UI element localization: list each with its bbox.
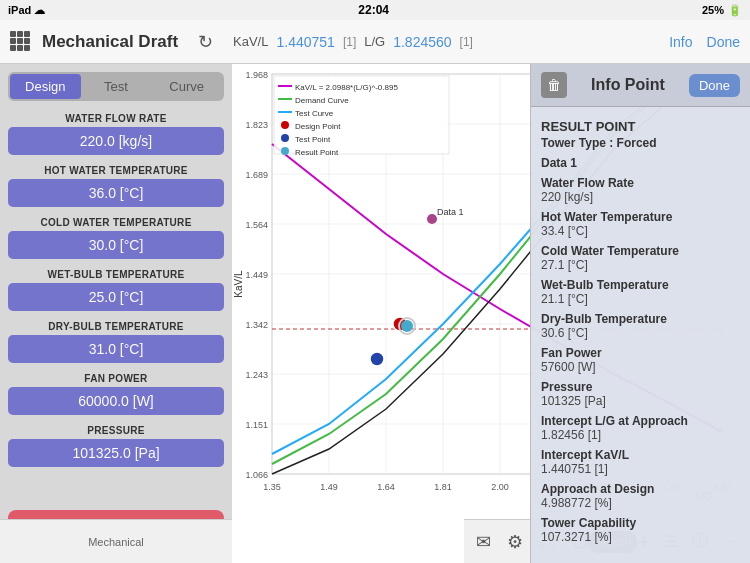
info-value-8: 101325 [Pa] [541,394,740,408]
app-title: Mechanical Draft [42,32,178,52]
hot-water-temp-input[interactable]: 36.0 [°C] [8,179,224,207]
info-panel: 🗑 Info Point Done RESULT POINT Tower Typ… [530,64,750,563]
lg-label: L/G [364,34,385,49]
info-label-7: Fan Power [541,346,740,360]
svg-text:1.49: 1.49 [320,482,338,492]
cold-water-temp-label: COLD WATER TEMPERATURE [8,217,224,228]
chart-area: 1.968 1.823 1.689 1.564 1.449 1.342 1.24… [232,64,750,563]
battery-icon: 🔋 [728,4,742,17]
done-button[interactable]: Done [707,34,740,50]
dry-bulb-temp-group: DRY-BULB TEMPERATURE 31.0 [°C] [8,321,224,363]
info-row-1: Data 1 [541,156,740,170]
left-panel: Design Test Curve WATER FLOW RATE 220.0 … [0,64,232,563]
info-row-12: Tower Capability 107.3271 [%] [541,516,740,544]
kav-label: KaV/L [233,34,268,49]
info-value-12: 107.3271 [%] [541,530,740,544]
svg-text:KaV/L: KaV/L [233,270,244,298]
svg-text:Data 1: Data 1 [437,207,464,217]
tab-test[interactable]: Test [81,74,152,99]
info-label-9: Intercept L/G at Approach [541,414,740,428]
nav-bar: Mechanical Draft ↻ KaV/L 1.440751 [1] L/… [0,20,750,64]
svg-point-55 [281,134,289,142]
bottom-left-label: Mechanical [0,519,232,563]
svg-text:KaV/L = 2.0988*(L/G)^-0.895: KaV/L = 2.0988*(L/G)^-0.895 [295,83,398,92]
svg-text:1.81: 1.81 [434,482,452,492]
wet-bulb-temp-group: WET-BULB TEMPERATURE 25.0 [°C] [8,269,224,311]
trash-icon[interactable]: 🗑 [541,72,567,98]
info-label-1: Data 1 [541,156,740,170]
svg-text:Design Point: Design Point [295,122,341,131]
water-flow-rate-input[interactable]: 220.0 [kg/s] [8,127,224,155]
svg-text:1.968: 1.968 [245,70,268,80]
status-time: 22:04 [358,3,389,17]
info-label-0: Tower Type : Forced [541,136,740,150]
info-row-4: Cold Water Temperature 27.1 [°C] [541,244,740,272]
lg-value: 1.824560 [393,34,451,50]
info-label-6: Dry-Bulb Temperature [541,312,740,326]
grid-icon[interactable] [10,31,32,53]
status-carrier: iPad ☁ [8,4,45,17]
tab-curve[interactable]: Curve [151,74,222,99]
info-done-button[interactable]: Done [689,74,740,97]
info-panel-title: Info Point [575,76,681,94]
settings-icon[interactable]: ⚙ [507,531,523,553]
info-label-12: Tower Capability [541,516,740,530]
status-left: iPad ☁ [8,4,45,17]
pressure-group: PRESSURE 101325.0 [Pa] [8,425,224,467]
water-flow-rate-group: WATER FLOW RATE 220.0 [kg/s] [8,113,224,155]
pressure-label: PRESSURE [8,425,224,436]
main-area: Design Test Curve WATER FLOW RATE 220.0 … [0,64,750,563]
info-button[interactable]: Info [669,34,692,50]
info-panel-content: RESULT POINT Tower Type : Forced Data 1 … [531,107,750,558]
fan-power-input[interactable]: 60000.0 [W] [8,387,224,415]
info-label-4: Cold Water Temperature [541,244,740,258]
info-label-2: Water Flow Rate [541,176,740,190]
info-value-9: 1.82456 [1] [541,428,740,442]
hot-water-temp-label: HOT WATER TEMPERATURE [8,165,224,176]
svg-point-57 [281,147,289,155]
svg-text:Test Curve: Test Curve [295,109,334,118]
pressure-input[interactable]: 101325.0 [Pa] [8,439,224,467]
info-row-3: Hot Water Temperature 33.4 [°C] [541,210,740,238]
svg-text:1.342: 1.342 [245,320,268,330]
info-row-5: Wet-Bulb Temperature 21.1 [°C] [541,278,740,306]
info-row-6: Dry-Bulb Temperature 30.6 [°C] [541,312,740,340]
info-label-3: Hot Water Temperature [541,210,740,224]
svg-point-44 [427,214,437,224]
info-row-0: Tower Type : Forced [541,136,740,150]
kav-value: 1.440751 [276,34,334,50]
lg-unit: [1] [460,35,473,49]
fan-power-label: FAN POWER [8,373,224,384]
nav-params: KaV/L 1.440751 [1] L/G 1.824560 [1] [233,34,659,50]
info-row-8: Pressure 101325 [Pa] [541,380,740,408]
svg-text:Test Point: Test Point [295,135,331,144]
mail-icon[interactable]: ✉ [476,531,491,553]
info-value-11: 4.988772 [%] [541,496,740,510]
wet-bulb-temp-input[interactable]: 25.0 [°C] [8,283,224,311]
info-value-10: 1.440751 [1] [541,462,740,476]
svg-text:1.689: 1.689 [245,170,268,180]
battery-level: 25% [702,4,724,16]
svg-text:1.243: 1.243 [245,370,268,380]
info-value-4: 27.1 [°C] [541,258,740,272]
info-value-2: 220 [kg/s] [541,190,740,204]
svg-point-53 [281,121,289,129]
status-right: 25% 🔋 [702,4,742,17]
info-value-6: 30.6 [°C] [541,326,740,340]
tab-design[interactable]: Design [10,74,81,99]
info-row-2: Water Flow Rate 220 [kg/s] [541,176,740,204]
svg-text:1.64: 1.64 [377,482,395,492]
svg-text:1.35: 1.35 [263,482,281,492]
info-value-5: 21.1 [°C] [541,292,740,306]
refresh-icon[interactable]: ↻ [198,31,213,53]
info-label-5: Wet-Bulb Temperature [541,278,740,292]
dry-bulb-temp-input[interactable]: 31.0 [°C] [8,335,224,363]
info-label-10: Intercept KaV/L [541,448,740,462]
svg-point-41 [370,352,384,366]
info-panel-header: 🗑 Info Point Done [531,64,750,107]
svg-text:Result Point: Result Point [295,148,339,157]
cold-water-temp-input[interactable]: 30.0 [°C] [8,231,224,259]
status-bar: iPad ☁ 22:04 25% 🔋 [0,0,750,20]
info-label-11: Approach at Design [541,482,740,496]
svg-text:Demand Curve: Demand Curve [295,96,349,105]
